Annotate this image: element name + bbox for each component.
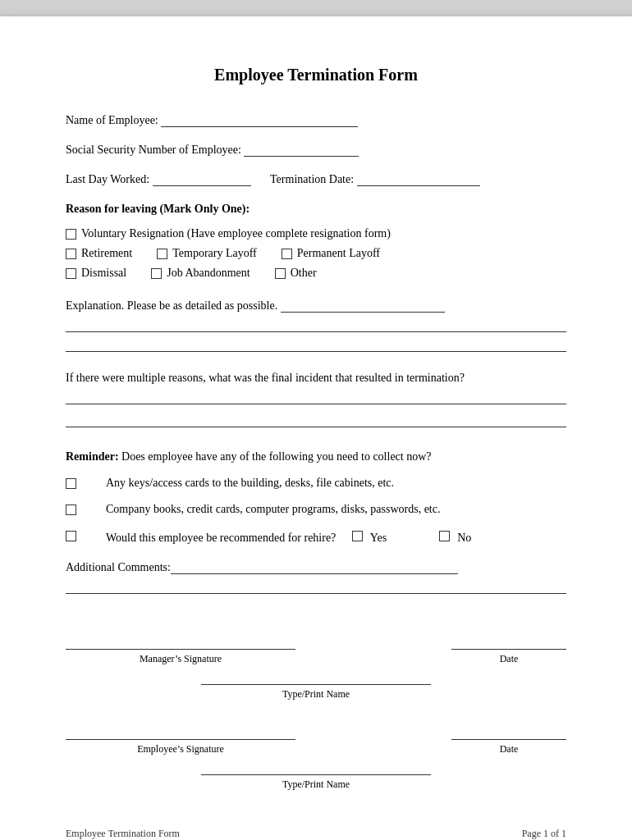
manager-sig-pair: Manager’s Signature Date Type/Print Name	[66, 635, 566, 701]
footer-right: Page 1 of 1	[522, 828, 566, 840]
explanation-label: Explanation. Please be as detailed as po…	[66, 299, 277, 312]
employee-date-label: Date	[500, 743, 519, 756]
employee-sig-row: Employee’s Signature Date	[66, 725, 566, 756]
comments-section: Additional Comments:	[66, 561, 566, 594]
ssn-field-row: Social Security Number of Employee:	[66, 144, 566, 157]
comments-inline-underline[interactable]	[171, 561, 458, 574]
explanation-inline-underline[interactable]	[281, 299, 445, 313]
rehire-yes-label: Yes	[370, 532, 387, 544]
last-day-underline[interactable]	[153, 173, 251, 186]
checkbox-temp-layoff: Temporary Layoff	[157, 247, 257, 260]
manager-sig-row: Manager’s Signature Date	[66, 635, 566, 665]
checkbox-dismissal-box[interactable]	[66, 268, 76, 279]
termination-date-underline[interactable]	[357, 173, 480, 186]
name-field-row: Name of Employee:	[66, 114, 566, 127]
checkbox-voluntary-box[interactable]	[66, 229, 76, 240]
rehire-yes-checkbox[interactable]	[352, 531, 363, 541]
manager-sig-block: Manager’s Signature	[66, 635, 295, 665]
employee-name-line[interactable]	[201, 760, 431, 775]
reminder-checkbox-2[interactable]	[66, 504, 76, 515]
checkbox-job-abandonment-box[interactable]	[151, 268, 162, 279]
ssn-underline[interactable]	[244, 144, 359, 157]
dismissal-label: Dismissal	[81, 267, 126, 280]
employee-sig-block: Employee’s Signature	[66, 725, 295, 756]
reminder-header: Reminder: Does employee have any of the …	[66, 450, 566, 463]
employee-sig-label: Employee’s Signature	[137, 743, 224, 756]
incident-line-2[interactable]	[66, 413, 566, 427]
checkbox-temp-layoff-box[interactable]	[157, 249, 167, 259]
checkbox-perm-layoff: Permanent Layoff	[282, 247, 380, 260]
reason-heading: Reason for leaving (Mark Only One):	[66, 203, 566, 216]
incident-section: If there were multiple reasons, what was…	[66, 372, 566, 427]
reminder-bold: Reminder:	[66, 450, 119, 463]
reminder-text: Does employee have any of the following …	[119, 450, 432, 463]
employee-name-sig-block: Type/Print Name	[66, 760, 566, 791]
reminder-item-1: Any keys/access cards to the building, d…	[66, 477, 566, 490]
signature-section: Manager’s Signature Date Type/Print Name	[66, 635, 566, 791]
temp-layoff-label: Temporary Layoff	[172, 247, 257, 260]
name-underline[interactable]	[161, 114, 358, 127]
checkbox-retirement: Retirement	[66, 247, 132, 260]
rehire-yes-item: Yes	[352, 529, 387, 545]
reminder-checkbox-3[interactable]	[66, 531, 76, 541]
incident-line-1[interactable]	[66, 390, 566, 404]
page-title: Employee Termination Form	[66, 66, 566, 84]
other-label: Other	[291, 267, 317, 280]
comments-label: Additional Comments:	[66, 561, 171, 573]
employee-sig-pair: Employee’s Signature Date Type/Print Nam…	[66, 725, 566, 791]
explanation-section: Explanation. Please be as detailed as po…	[66, 299, 566, 352]
checkbox-row-2: Retirement Temporary Layoff Permanent La…	[66, 247, 566, 260]
employee-sig-line[interactable]	[66, 725, 295, 740]
reminder-item-2: Company books, credit cards, computer pr…	[66, 503, 566, 516]
manager-date-line[interactable]	[451, 635, 566, 650]
checkbox-row-3: Dismissal Job Abandonment Other	[66, 267, 566, 280]
employee-name-block: Type/Print Name	[66, 760, 566, 791]
reminder-label-2: Company books, credit cards, computer pr…	[106, 503, 440, 516]
employee-date-block: Date	[451, 725, 566, 756]
manager-name-line[interactable]	[201, 670, 431, 685]
manager-name-sig-block: Type/Print Name	[66, 670, 566, 701]
voluntary-label: Voluntary Resignation (Have employee com…	[81, 227, 391, 240]
rehire-no-label: No	[457, 532, 471, 544]
checkbox-retirement-box[interactable]	[66, 249, 76, 259]
reminder-section: Reminder: Does employee have any of the …	[66, 450, 566, 545]
explanation-line-1[interactable]	[66, 317, 566, 332]
checkbox-dismissal: Dismissal	[66, 267, 126, 280]
employee-name-label: Type/Print Name	[282, 778, 350, 791]
rehire-no-checkbox[interactable]	[439, 531, 450, 541]
last-day-label: Last Day Worked:	[66, 173, 149, 185]
footer-left: Employee Termination Form	[66, 828, 180, 840]
manager-sig-label: Manager’s Signature	[140, 653, 222, 665]
checkbox-other-box[interactable]	[275, 268, 286, 279]
manager-name-label: Type/Print Name	[282, 688, 350, 701]
checkbox-voluntary: Voluntary Resignation (Have employee com…	[66, 227, 566, 240]
reason-section: Reason for leaving (Mark Only One): Volu…	[66, 203, 566, 280]
checkbox-job-abandonment: Job Abandonment	[151, 267, 250, 280]
checkbox-other: Other	[275, 267, 317, 280]
employee-date-line[interactable]	[451, 725, 566, 740]
dates-row: Last Day Worked: Termination Date:	[66, 173, 566, 186]
reminder-item-3: Would this employee be recommended for r…	[66, 529, 566, 545]
explanation-line-2[interactable]	[66, 337, 566, 352]
manager-name-block: Type/Print Name	[66, 670, 566, 701]
footer: Employee Termination Form Page 1 of 1	[66, 828, 566, 840]
termination-date-label: Termination Date:	[270, 173, 354, 185]
reminder-checkbox-1[interactable]	[66, 478, 76, 489]
retirement-label: Retirement	[81, 247, 132, 260]
job-abandonment-label: Job Abandonment	[167, 267, 250, 280]
manager-sig-line[interactable]	[66, 635, 295, 650]
page: Employee Termination Form Name of Employ…	[0, 16, 632, 840]
manager-date-label: Date	[500, 653, 519, 665]
name-label: Name of Employee:	[66, 114, 158, 126]
comments-line-1[interactable]	[66, 579, 566, 594]
manager-date-block: Date	[451, 635, 566, 665]
rehire-no-item: No	[439, 529, 472, 545]
reminder-label-1: Any keys/access cards to the building, d…	[106, 477, 394, 490]
ssn-label: Social Security Number of Employee:	[66, 144, 241, 156]
checkbox-perm-layoff-box[interactable]	[282, 249, 292, 259]
incident-label: If there were multiple reasons, what was…	[66, 372, 465, 384]
perm-layoff-label: Permanent Layoff	[297, 247, 380, 260]
reminder-label-3: Would this employee be recommended for r…	[106, 529, 496, 545]
